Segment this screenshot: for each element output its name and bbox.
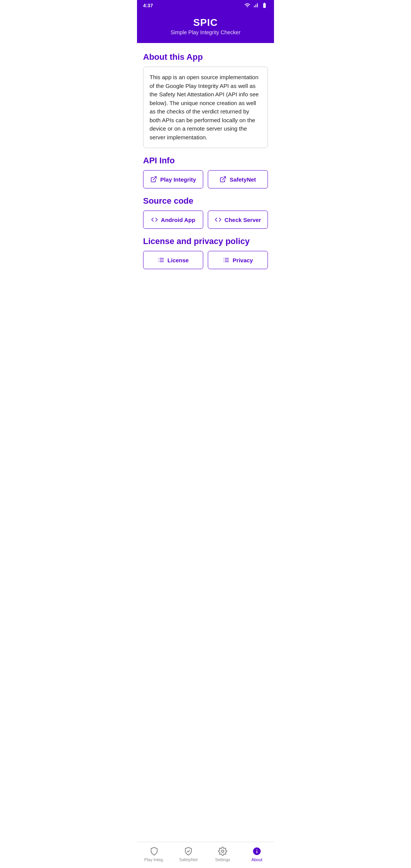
app-subtitle: Simple Play Integrity Checker — [143, 29, 268, 35]
external-link-icon-2 — [220, 176, 226, 183]
android-app-label: Android App — [161, 217, 195, 223]
source-code-section-title: Source code — [143, 196, 268, 206]
svg-line-1 — [223, 177, 226, 180]
android-app-button[interactable]: Android App — [143, 211, 203, 229]
play-integrity-button[interactable]: Play Integrity — [143, 170, 203, 188]
wifi-icon — [244, 2, 250, 8]
signal-icon — [253, 2, 259, 8]
app-bar: SPIC Simple Play Integrity Checker — [137, 11, 274, 43]
about-section-title: About this App — [143, 52, 268, 62]
about-description: This app is an open source implementatio… — [143, 67, 268, 148]
code-icon-2 — [215, 216, 221, 223]
main-content: About this App This app is an open sourc… — [137, 43, 274, 307]
privacy-label: Privacy — [233, 257, 253, 263]
list-icon — [158, 257, 164, 263]
code-icon — [151, 216, 158, 223]
check-server-label: Check Server — [225, 217, 261, 223]
license-label: License — [167, 257, 189, 263]
safetynet-label: SafetyNet — [229, 176, 256, 183]
privacy-button[interactable]: Privacy — [208, 251, 268, 269]
status-icons — [244, 2, 268, 8]
external-link-icon — [150, 176, 157, 183]
app-title: SPIC — [143, 17, 268, 29]
safetynet-button[interactable]: SafetyNet — [208, 170, 268, 188]
license-button[interactable]: License — [143, 251, 203, 269]
play-integrity-label: Play Integrity — [160, 176, 196, 183]
license-section-title: License and privacy policy — [143, 236, 268, 246]
license-buttons: License Privacy — [143, 251, 268, 269]
api-info-buttons: Play Integrity SafetyNet — [143, 170, 268, 188]
svg-line-0 — [153, 177, 156, 180]
source-code-buttons: Android App Check Server — [143, 211, 268, 229]
status-bar: 4:37 — [137, 0, 274, 11]
check-server-button[interactable]: Check Server — [208, 211, 268, 229]
api-info-section-title: API Info — [143, 156, 268, 166]
battery-icon — [261, 2, 268, 8]
status-time: 4:37 — [143, 3, 153, 8]
list-icon-2 — [223, 257, 229, 263]
